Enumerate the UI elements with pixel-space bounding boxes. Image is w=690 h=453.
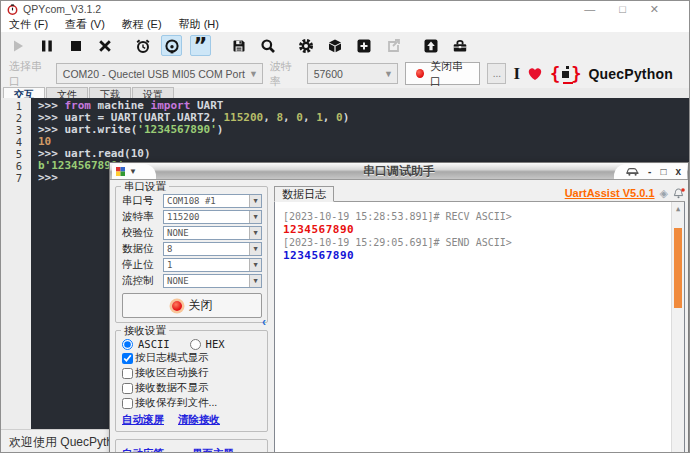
pause-icon[interactable] bbox=[36, 35, 57, 56]
alarm-icon[interactable] bbox=[132, 35, 153, 56]
chevron-down-icon[interactable]: ▼ bbox=[249, 243, 261, 255]
interact-icon[interactable] bbox=[161, 35, 182, 56]
setting-label: 数据位 bbox=[122, 242, 163, 256]
setting-value: 115200 bbox=[167, 212, 200, 222]
data-log-tab[interactable]: 数据日志 bbox=[274, 186, 334, 202]
uartassist-version-link[interactable]: UartAssist V5.0.1 bbox=[565, 187, 655, 199]
port-select-value: COM20 - Quectel USB MI05 COM Port bbox=[63, 68, 245, 80]
window-title: QPYcom_V3.1.2 bbox=[23, 3, 584, 15]
setting-label: 串口号 bbox=[122, 194, 163, 208]
menu-item[interactable]: 查看 (V) bbox=[65, 17, 105, 32]
stop-icon[interactable] bbox=[65, 35, 86, 56]
port-select[interactable]: COM20 - Quectel USB MI05 COM Port ▼ bbox=[56, 63, 263, 84]
serial-setting-row: 流控制NONE▼ bbox=[122, 274, 262, 288]
gear-icon[interactable] bbox=[295, 35, 316, 56]
close-serial-button[interactable]: 关闭串口 bbox=[405, 62, 480, 85]
quote-icon[interactable]: ” bbox=[190, 35, 211, 56]
quick-action-link[interactable]: 界面主题 bbox=[192, 447, 262, 453]
line-number: 3 bbox=[1, 124, 22, 136]
recv-option-label[interactable]: 接收区自动换行 bbox=[135, 366, 209, 380]
data-log-area[interactable]: ▲ [2023-10-19 15:28:53.891]# RECV ASCII>… bbox=[274, 202, 685, 453]
chevron-down-icon[interactable]: ▼ bbox=[249, 227, 261, 239]
serial-setting-row: 数据位8▼ bbox=[122, 242, 262, 256]
setting-select[interactable]: COM108 #1▼ bbox=[163, 194, 262, 208]
chevron-down-icon[interactable]: ▼ bbox=[249, 275, 261, 287]
recv-action-link[interactable]: 自动滚屏 bbox=[122, 413, 164, 427]
uartassist-minimize-button[interactable]: - bbox=[648, 167, 651, 177]
select-port-label: 选择串口 bbox=[9, 59, 49, 89]
setting-select[interactable]: 1▼ bbox=[163, 258, 262, 272]
close-button[interactable]: ✕ bbox=[650, 4, 659, 15]
chevron-down-icon[interactable]: ▼ bbox=[249, 259, 261, 271]
package-icon[interactable] bbox=[324, 35, 345, 56]
baud-select[interactable]: 57600 ▼ bbox=[307, 63, 398, 84]
scroll-up-arrow-icon[interactable]: ▲ bbox=[672, 202, 684, 213]
uartassist-title-bar[interactable]: 串口调试助手 ▼ - □ x bbox=[110, 163, 688, 180]
recv-ascii-label[interactable]: ASCII bbox=[138, 338, 170, 350]
app-icon bbox=[7, 4, 18, 15]
gem-icon[interactable]: ◈ bbox=[660, 188, 668, 199]
menu-item[interactable]: 教程 (E) bbox=[122, 17, 162, 32]
kill-icon[interactable] bbox=[94, 35, 115, 56]
upload-icon[interactable] bbox=[420, 35, 441, 56]
menu-item[interactable]: 文件 (F) bbox=[9, 17, 48, 32]
car-icon[interactable] bbox=[626, 167, 639, 176]
toolbox-icon[interactable] bbox=[449, 35, 470, 56]
terminal-line: >>> uart.write('1234567890') bbox=[38, 124, 690, 136]
line-number: 2 bbox=[1, 112, 22, 124]
setting-value: COM108 #1 bbox=[167, 196, 216, 206]
recv-hex-radio[interactable] bbox=[190, 339, 201, 350]
uartassist-menu-button[interactable]: ▼ bbox=[112, 164, 156, 179]
panel-collapse-chevron[interactable]: ‹ bbox=[262, 315, 266, 329]
toolbar: ” bbox=[1, 32, 689, 59]
setting-select[interactable]: 115200▼ bbox=[163, 210, 262, 224]
log-scrollbar[interactable]: ▲ bbox=[671, 202, 684, 453]
maximize-button[interactable]: □ bbox=[619, 4, 626, 15]
terminal-line: >>> uart.read(10) bbox=[38, 148, 690, 160]
more-options-button[interactable]: ... bbox=[487, 63, 506, 84]
recv-option-checkbox[interactable] bbox=[122, 383, 133, 394]
serial-setting-row: 校验位NONE▼ bbox=[122, 226, 262, 240]
setting-select[interactable]: 8▼ bbox=[163, 242, 262, 256]
setting-label: 校验位 bbox=[122, 226, 163, 240]
save-icon[interactable] bbox=[228, 35, 249, 56]
line-number-gutter: 1234567 bbox=[1, 98, 31, 429]
setting-value: 1 bbox=[167, 260, 172, 270]
chevron-down-icon: ▼ bbox=[384, 69, 393, 79]
search-icon[interactable] bbox=[257, 35, 278, 56]
serial-setting-row: 波特率115200▼ bbox=[122, 210, 262, 224]
receive-settings-title: 接收设置 bbox=[121, 324, 169, 338]
minimize-button[interactable]: — bbox=[584, 4, 595, 15]
setting-select[interactable]: NONE▼ bbox=[163, 226, 262, 240]
recv-option-checkbox[interactable] bbox=[122, 368, 133, 379]
uartassist-maximize-button[interactable]: □ bbox=[660, 167, 666, 177]
recv-option-checkbox[interactable] bbox=[122, 353, 133, 364]
chevron-down-icon[interactable]: ▼ bbox=[249, 195, 261, 207]
setting-select[interactable]: NONE▼ bbox=[163, 274, 262, 288]
uart-close-button[interactable]: 关闭 bbox=[122, 293, 262, 318]
setting-label: 波特率 bbox=[122, 210, 163, 224]
uart-status-led-icon bbox=[172, 301, 182, 311]
uartassist-settings-panel: 串口设置 串口号COM108 #1▼波特率115200▼校验位NONE▼数据位8… bbox=[115, 186, 268, 453]
recv-option-label[interactable]: 接收保存到文件... bbox=[135, 396, 217, 410]
recv-option-checkbox[interactable] bbox=[122, 398, 133, 409]
recv-ascii-radio[interactable] bbox=[122, 339, 133, 350]
uartassist-title: 串口调试助手 bbox=[110, 163, 688, 180]
bell-icon[interactable] bbox=[673, 188, 685, 199]
play-icon bbox=[7, 35, 28, 56]
uartassist-close-button[interactable]: x bbox=[675, 167, 681, 177]
recv-option-label[interactable]: 按日志模式显示 bbox=[135, 351, 209, 365]
quick-links-group: 自动应答界面主题分包设置点击打赏 bbox=[115, 439, 268, 453]
recv-option-label[interactable]: 接收数据不显示 bbox=[135, 381, 209, 395]
chevron-down-icon[interactable]: ▼ bbox=[249, 211, 261, 223]
heart-icon bbox=[527, 67, 543, 81]
quick-action-link[interactable]: 自动应答 bbox=[122, 447, 192, 453]
recv-action-link[interactable]: 清除接收 bbox=[178, 413, 220, 427]
chevron-down-icon: ▼ bbox=[249, 69, 258, 79]
menu-item[interactable]: 帮助 (H) bbox=[179, 17, 219, 32]
menu-bar: 文件 (F)查看 (V)教程 (E)帮助 (H) bbox=[1, 16, 689, 32]
log-scrollbar-thumb[interactable] bbox=[674, 228, 682, 308]
recv-hex-label[interactable]: HEX bbox=[206, 338, 225, 350]
add-icon[interactable] bbox=[353, 35, 374, 56]
recv-option-row: 按日志模式显示 bbox=[122, 351, 262, 365]
